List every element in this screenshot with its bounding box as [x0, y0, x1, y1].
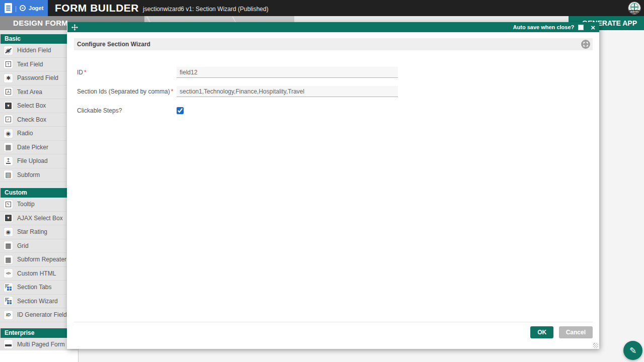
date-picker-icon: ▦ — [4, 143, 13, 151]
palette-item-label: Radio — [17, 130, 33, 137]
document-icon — [5, 3, 12, 13]
palette-item-label: Text Area — [17, 88, 42, 96]
ok-button[interactable]: OK — [530, 326, 553, 338]
dialog-section-header: Configure Section Wizard — [74, 38, 593, 50]
palette-section-custom: Custom — [1, 188, 77, 198]
palette-section-enterprise: Enterprise — [1, 328, 77, 338]
palette-item-label: Date Picker — [17, 144, 48, 151]
edit-fab-button[interactable]: ✎ — [623, 341, 642, 360]
palette-item-select-box[interactable]: ▾Select Box — [0, 99, 78, 113]
pencil-icon: ✎ — [629, 345, 636, 356]
palette-item-label: Hidden Field — [17, 47, 51, 54]
palette-section-basic: Basic — [1, 34, 77, 44]
palette-item-label: Multi Paged Form — [17, 341, 65, 348]
password-field-icon: ✱ — [4, 74, 13, 82]
required-mark: * — [84, 69, 87, 76]
dialog-title: Configure Section Wizard — [77, 41, 150, 48]
palette-item-password-field[interactable]: ✱Password Field — [0, 71, 78, 85]
dialog-footer: OK Cancel — [74, 322, 593, 338]
logo-divider: | — [15, 5, 17, 12]
text-area-icon: A — [4, 87, 13, 96]
palette-item-id-generator-field[interactable]: IDID Generator Field — [0, 308, 78, 322]
palette-item-date-picker[interactable]: ▦Date Picker — [0, 141, 78, 155]
palette-item-label: Custom HTML — [17, 270, 56, 277]
palette-item-label: AJAX Select Box — [17, 215, 63, 222]
close-icon[interactable]: × — [591, 24, 595, 31]
palette-item-label: Section Tabs — [17, 284, 52, 291]
resize-handle[interactable] — [593, 343, 598, 348]
palette-item-star-rating[interactable]: ◉Star Rating — [0, 225, 78, 239]
palette-item-label: ID Generator Field — [17, 311, 67, 318]
palette-item-check-box[interactable]: ✓Check Box — [0, 113, 78, 127]
field-row-id: ID* — [74, 66, 593, 78]
palette-item-subform-repeater[interactable]: ▦Subform Repeater — [0, 253, 78, 267]
move-icon — [71, 24, 78, 31]
ajax-select-box-icon: ▾ — [4, 214, 13, 222]
palette-item-label: Subform Repeater — [17, 256, 66, 263]
clickable-steps-checkbox[interactable] — [177, 107, 184, 114]
palette: Basic◉Hidden FieldTText Field✱Password F… — [0, 30, 78, 350]
autosave-label: Auto save when close? — [513, 24, 575, 30]
palette-item-file-upload[interactable]: ↥File Upload — [0, 154, 78, 168]
palette-item-custom-html[interactable]: </>Custom HTML — [0, 267, 78, 281]
palette-item-grid[interactable]: ▦Grid — [0, 239, 78, 253]
subform-repeater-icon: ▦ — [4, 255, 13, 264]
section-tabs-icon — [4, 283, 13, 292]
expand-icon[interactable] — [581, 40, 590, 49]
palette-item-multi-paged-form[interactable]: ▬Multi Paged Form — [0, 338, 78, 351]
palette-item-label: Tooltip — [17, 201, 35, 208]
radio-icon: ◉ — [4, 129, 13, 138]
configure-dialog: Auto save when close? × Configure Sectio… — [67, 22, 599, 349]
user-avatar[interactable]: admin — [628, 2, 641, 15]
app-header: | Joget FORM BUILDER jsectionwizard6 v1:… — [0, 0, 644, 16]
palette-item-label: Grid — [17, 242, 29, 249]
required-mark: * — [171, 88, 174, 95]
clickable-steps-label: Clickable Steps? — [77, 107, 177, 114]
autosave-checkbox[interactable] — [578, 25, 584, 30]
field-row-clickable-steps: Clickable Steps? — [74, 105, 593, 117]
palette-item-label: Star Rating — [17, 228, 47, 235]
tooltip-icon: ✎ — [4, 200, 13, 209]
dialog-form: ID* Section Ids (Separated by comma)* Cl… — [74, 66, 593, 117]
palette-item-label: Password Field — [17, 74, 58, 81]
cancel-button[interactable]: Cancel — [559, 326, 593, 338]
check-box-icon: ✓ — [4, 115, 13, 124]
id-generator-field-icon: ID — [4, 311, 13, 319]
palette-item-tooltip[interactable]: ✎Tooltip — [0, 198, 78, 212]
subform-icon: ▤ — [4, 170, 13, 179]
star-rating-icon: ◉ — [4, 228, 13, 236]
joget-ring-icon — [20, 5, 26, 11]
id-input[interactable] — [177, 67, 398, 78]
palette-item-section-wizard[interactable]: Section Wizard — [0, 295, 78, 309]
tab-design-form[interactable]: DESIGN FORM — [13, 16, 68, 30]
select-box-icon: ▾ — [4, 102, 13, 110]
hidden-field-icon: ◉ — [4, 46, 13, 55]
section-ids-input[interactable] — [177, 86, 398, 97]
dialog-title-bar[interactable]: Auto save when close? × — [67, 22, 599, 32]
joget-logo-text: Joget — [29, 5, 43, 11]
field-row-section-ids: Section Ids (Separated by comma)* — [74, 85, 593, 98]
palette-item-ajax-select-box[interactable]: ▾AJAX Select Box — [0, 212, 78, 226]
joget-logo[interactable]: | Joget — [0, 0, 48, 16]
palette-item-radio[interactable]: ◉Radio — [0, 127, 78, 141]
custom-html-icon: </> — [4, 269, 13, 278]
palette-item-section-tabs[interactable]: Section Tabs — [0, 281, 78, 295]
page-title: FORM BUILDER — [55, 2, 139, 14]
section-ids-label: Section Ids (Separated by comma)* — [77, 88, 177, 95]
palette-item-label: File Upload — [17, 157, 48, 164]
text-field-icon: T — [4, 60, 13, 68]
palette-item-text-field[interactable]: TText Field — [0, 58, 78, 72]
palette-item-subform[interactable]: ▤Subform — [0, 168, 78, 183]
id-label: ID* — [77, 69, 177, 76]
palette-item-hidden-field[interactable]: ◉Hidden Field — [0, 44, 78, 58]
palette-item-label: Text Field — [17, 61, 43, 68]
grid-icon: ▦ — [4, 241, 13, 250]
palette-item-label: Check Box — [17, 116, 46, 123]
multi-paged-form-icon: ▬ — [4, 340, 13, 348]
file-upload-icon: ↥ — [4, 157, 13, 165]
palette-item-label: Section Wizard — [17, 298, 58, 305]
palette-item-text-area[interactable]: AText Area — [0, 85, 78, 100]
section-wizard-icon — [4, 297, 13, 305]
palette-item-label: Subform — [17, 171, 40, 178]
palette-item-label: Select Box — [17, 102, 46, 109]
